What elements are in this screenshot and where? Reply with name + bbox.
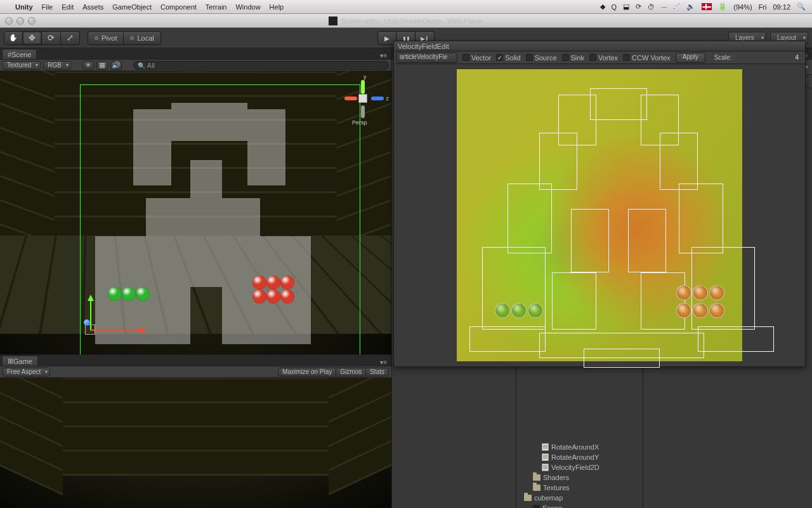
static-dropdown-icon[interactable]: ▾ [806,64,808,70]
game-aspect-dropdown[interactable]: Free Aspect [3,368,50,377]
transform-gizmo[interactable] [76,297,146,354]
vfe-source-checkbox[interactable]: Source [526,54,557,62]
script-icon [542,464,549,471]
window-title: Scene.unity - UnityShaderDemo - Web Play… [341,17,483,25]
vfe-vortex-checkbox[interactable]: Vortex [589,54,618,62]
rotate-tool-button[interactable] [42,31,61,45]
transform-tools [4,31,80,45]
vfe-sink-checkbox[interactable]: Sink [562,54,584,62]
scene-channel-dropdown[interactable]: RGB [43,61,71,70]
project-item[interactable]: cubemap [518,493,641,503]
battery-percent: (94%) [733,3,752,11]
menu-assets[interactable]: Assets [82,3,103,11]
sync-icon[interactable]: ⟳ [636,3,641,11]
hand-icon [9,34,18,42]
window-zoom-button[interactable] [28,17,36,25]
game-tab-icon: ⊞ [8,357,13,365]
menu-file[interactable]: File [42,3,53,11]
space-label: Local [137,34,154,42]
velocity-field-editor-window[interactable]: VelocityFieldEdit articleVelocityFie Vec… [393,41,806,367]
menubar-extra-icon[interactable]: Q [612,3,617,11]
scene-tab-label: Scene [11,51,31,58]
vfe-titlebar[interactable]: VelocityFieldEdit [394,41,805,51]
stats-toggle[interactable]: Stats [366,368,389,377]
project-item[interactable]: RotateAroundX [518,442,641,452]
move-tool-button[interactable] [23,31,42,45]
scene-icon [533,505,540,509]
move-icon [29,33,36,43]
game-pane: ⊞ Game ▾≡ Free Aspect Maximize on Play G… [0,354,391,508]
window-titlebar[interactable]: Scene.unity - UnityShaderDemo - Web Play… [0,14,812,28]
folder-icon [533,474,540,481]
wifi-icon[interactable]: ⋰ [673,3,680,11]
scale-icon [67,33,74,43]
scene-light-toggle[interactable]: ☀ [82,61,94,70]
project-item[interactable]: Textures [518,483,641,493]
menubar-extra-icon[interactable]: ··· [661,3,667,11]
game-tab[interactable]: ⊞ Game [2,356,38,366]
space-toggle-button[interactable]: Local [124,31,160,45]
scene-pane: # Scene ▾≡ Textured RGB ☀ ▦ 🔊 🔍 All [0,48,391,354]
spotlight-icon[interactable]: 🔍 [797,3,806,11]
project-item[interactable]: Shaders [518,472,641,483]
scene-viewport[interactable]: y z Persp [0,71,391,354]
script-icon [542,453,549,461]
unity-app-icon [329,17,337,25]
input-source-flag-icon[interactable] [702,3,712,10]
vfe-solid-checkbox[interactable]: Solid [496,54,520,62]
window-minimize-button[interactable] [16,17,24,25]
vfe-target-dropdown[interactable]: articleVelocityFie [396,53,457,63]
app-name[interactable]: Unity [15,3,33,11]
gizmos-toggle[interactable]: Gizmos [336,368,366,377]
project-item[interactable]: RotateAroundY [518,452,641,462]
vfe-scale-value[interactable]: 4 [795,54,799,61]
folder-icon [524,495,532,501]
menubar-extra-icon[interactable]: ⏱ [648,3,655,11]
rotate-icon [48,33,55,43]
window-traffic-lights[interactable] [5,17,36,25]
scene-tab[interactable]: # Scene [2,49,37,59]
vfe-scale-label: Scale: [714,54,732,61]
project-item[interactable]: VelocityField2D [518,462,641,472]
pivot-toggle-button[interactable]: Pivot [88,31,124,45]
pane-options-icon[interactable]: ▾≡ [377,52,390,59]
folder-icon [533,485,540,491]
scene-search-input[interactable]: 🔍 All [133,61,389,70]
vfe-apply-button[interactable]: Apply [676,53,705,63]
pane-options-icon[interactable]: ▾≡ [377,359,390,366]
macos-menubar: Unity File Edit Assets GameObject Compon… [0,0,812,14]
menu-terrain[interactable]: Terrain [206,3,227,11]
menu-component[interactable]: Component [160,3,197,11]
battery-icon[interactable]: 🔋 [718,3,727,11]
vfe-ccw-vortex-checkbox[interactable]: CCW Vortex [623,54,671,62]
game-viewport[interactable] [0,378,391,508]
scale-tool-button[interactable] [61,31,80,45]
game-tab-label: Game [13,358,32,365]
clock-time[interactable]: 09:12 [773,3,790,11]
vfe-canvas[interactable] [457,69,742,361]
scene-shading-dropdown[interactable]: Textured [3,61,41,70]
menubar-extra-icon[interactable]: ◆ [600,3,605,11]
scene-orientation-gizmo[interactable]: y z Persp [344,80,383,118]
volume-icon[interactable]: 🔈 [686,3,695,11]
project-item[interactable]: Scene [518,503,641,508]
scene-fx-toggle[interactable]: ▦ [96,61,108,70]
script-icon [542,443,549,451]
maximize-on-play-toggle[interactable]: Maximize on Play [278,368,336,377]
clock-day[interactable]: Fri [759,3,767,11]
space-indicator-icon [130,36,134,40]
scene-audio-toggle[interactable]: 🔊 [110,61,122,70]
pivot-indicator-icon [95,36,98,40]
dropbox-icon[interactable]: ⬓ [623,3,629,11]
hand-tool-button[interactable] [4,31,23,45]
window-close-button[interactable] [5,17,13,25]
vfe-vector-checkbox[interactable]: Vector [462,54,491,62]
play-icon [384,34,390,42]
menu-help[interactable]: Help [270,3,284,11]
menu-gameobject[interactable]: GameObject [112,3,152,11]
pivot-label: Pivot [102,34,117,42]
menu-window[interactable]: Window [235,3,260,11]
menu-edit[interactable]: Edit [62,3,74,11]
